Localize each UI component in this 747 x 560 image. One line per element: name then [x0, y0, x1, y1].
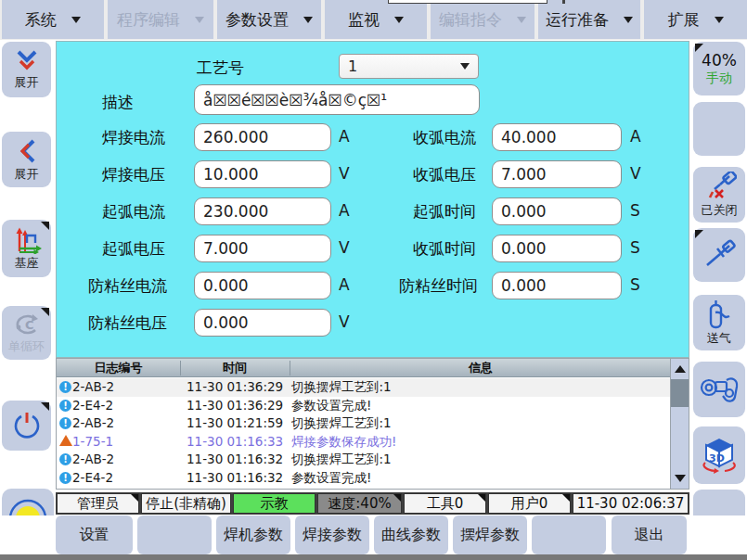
log-message: 切换摆焊工艺到:1 [291, 415, 392, 432]
gas-label: 送气 [707, 330, 731, 347]
anti-stick-current-input[interactable] [194, 272, 331, 299]
menu-program-edit: 程序编辑 [108, 0, 213, 39]
log-row[interactable]: 1-75-1 11-30 01:16:33 焊接参数保存成功! [57, 433, 672, 452]
speed-mode-button[interactable]: 40% 手动 [693, 42, 745, 95]
expand-down-button[interactable]: 展开 [2, 42, 51, 97]
torch-button[interactable] [693, 228, 745, 282]
log-id: 2-AB-2 [72, 415, 114, 430]
log-message: 参数设置完成! [291, 398, 371, 414]
menu-monitor[interactable]: 监视 [325, 0, 427, 39]
menu-label: 运行准备 [546, 9, 609, 31]
scroll-down-icon[interactable] [675, 475, 686, 482]
speed-badge[interactable]: 速度:40% [317, 493, 402, 514]
description-input[interactable] [194, 84, 480, 115]
log-time: 11-30 01:36:29 [187, 398, 283, 413]
unit-label: V [339, 164, 350, 183]
log-id: 2-AB-2 [72, 379, 114, 394]
tool-frame-label: 工具0 [427, 495, 464, 513]
anti-stick-voltage-input[interactable] [194, 309, 331, 337]
scroll-up-icon[interactable] [675, 365, 686, 373]
chevron-down-icon [303, 17, 313, 23]
description-label: 描述 [102, 92, 134, 113]
arc-end-time-input[interactable] [492, 235, 622, 262]
weld-voltage-label: 焊接电压 [102, 164, 165, 185]
corner-marker-icon [41, 402, 49, 411]
log-row[interactable]: ! 2-AB-2 11-30 01:21:59 切换摆焊工艺到:1 [57, 414, 672, 433]
pendant-hands-icon [699, 373, 740, 406]
teach-mode-badge: 示教 [233, 493, 316, 514]
welding-params-button[interactable]: 焊接参数 [295, 515, 369, 554]
weld-current-label: 焊接电流 [102, 127, 165, 148]
button-label: 摆焊参数 [460, 526, 520, 545]
log-scrollbar[interactable] [670, 359, 689, 489]
power-icon [11, 410, 43, 441]
chevron-down-icon [715, 17, 724, 23]
view-3d-button[interactable]: 3D [693, 426, 745, 484]
menu-parameter-settings[interactable]: 参数设置 [217, 0, 321, 39]
chevron-down-icon [71, 17, 81, 23]
user-frame-badge[interactable]: 用户0 [488, 493, 571, 514]
base-coordinate-button[interactable]: 基座 [2, 220, 51, 277]
double-chevron-left-icon [13, 137, 41, 165]
corner-marker-icon [562, 494, 570, 502]
warning-icon [59, 435, 72, 446]
info-icon: ! [59, 400, 71, 412]
arc-start-current-input[interactable] [194, 197, 331, 225]
anti-stick-time-input[interactable] [492, 272, 622, 299]
coordinate-axes-icon [11, 226, 43, 254]
menu-label: 参数设置 [225, 9, 289, 31]
power-button[interactable] [2, 401, 51, 451]
run-state-badge: 停止(非精确) [141, 493, 231, 514]
empty-button[interactable] [693, 102, 745, 156]
bottom-strip [0, 554, 747, 560]
anti-stick-voltage-label: 防粘丝电压 [88, 312, 167, 334]
settings-button[interactable]: 设置 [56, 515, 133, 554]
column-divider [290, 361, 290, 375]
exit-button[interactable]: 退出 [612, 515, 687, 554]
menu-label: 系统 [25, 9, 57, 31]
empty-button[interactable] [137, 515, 212, 554]
unit-label: V [339, 238, 350, 257]
user-role-badge[interactable]: 管理员 [57, 493, 139, 514]
arc-start-time-input[interactable] [492, 197, 622, 225]
log-time: 11-30 01:21:59 [187, 415, 283, 430]
expand-left-button[interactable]: 展开 [2, 132, 51, 187]
process-number-dropdown[interactable]: 1 [339, 54, 479, 79]
arc-end-current-input[interactable] [492, 123, 622, 151]
log-row[interactable]: ! 2-E4-2 11-30 01:36:29 参数设置完成! [57, 397, 672, 415]
arc-end-voltage-input[interactable] [492, 160, 622, 188]
curve-params-button[interactable]: 曲线参数 [374, 515, 448, 554]
menu-system[interactable]: 系统 [2, 0, 104, 39]
weld-voltage-input[interactable] [194, 160, 331, 188]
warning-icon [59, 489, 72, 490]
menu-run-prepare[interactable]: 运行准备 [538, 0, 640, 39]
tool-frame-badge[interactable]: 工具0 [404, 493, 486, 514]
log-row[interactable]: ! 2-AB-2 11-30 01:16:32 切换摆焊工艺到:1 [57, 451, 672, 469]
menu-label: 程序编辑 [117, 9, 180, 31]
corner-marker-icon [695, 44, 703, 52]
run-state-label: 停止(非精确) [146, 495, 226, 513]
log-row[interactable]: ! 2-E4-2 11-30 01:16:32 参数设置完成! [57, 469, 672, 488]
weld-current-input[interactable] [194, 123, 331, 151]
welder-params-button[interactable]: 焊机参数 [216, 515, 290, 554]
button-label: 焊接参数 [303, 526, 362, 545]
teach-pendant-button[interactable] [693, 362, 745, 417]
user-role-label: 管理员 [77, 495, 119, 513]
menu-extensions[interactable]: 扩展 [644, 0, 747, 39]
log-row[interactable]: ! 2-AB-2 11-30 01:36:29 切换摆焊工艺到:1 [57, 378, 672, 397]
log-row-partial[interactable]: 1-75-1 11-30 01:16:31 焊接参数保存成功! [57, 487, 672, 490]
arc-start-voltage-input[interactable] [194, 235, 331, 262]
torch-off-button[interactable]: 已关闭 [693, 167, 745, 223]
log-header-message: 信息 [290, 360, 672, 376]
gas-supply-button[interactable]: 送气 [693, 295, 745, 350]
single-cycle-button: C 单循环 [2, 306, 51, 360]
log-id: 2-E4-2 [72, 398, 113, 413]
log-id: 1-75-1 [72, 434, 113, 449]
menu-label: 扩展 [668, 9, 700, 31]
button-label: 展开 [15, 74, 39, 91]
corner-marker-icon [41, 222, 49, 230]
scrollbar-thumb[interactable] [671, 379, 689, 407]
weave-params-button[interactable]: 摆焊参数 [453, 515, 527, 554]
corner-marker-icon [41, 308, 49, 316]
empty-button[interactable] [532, 515, 606, 554]
